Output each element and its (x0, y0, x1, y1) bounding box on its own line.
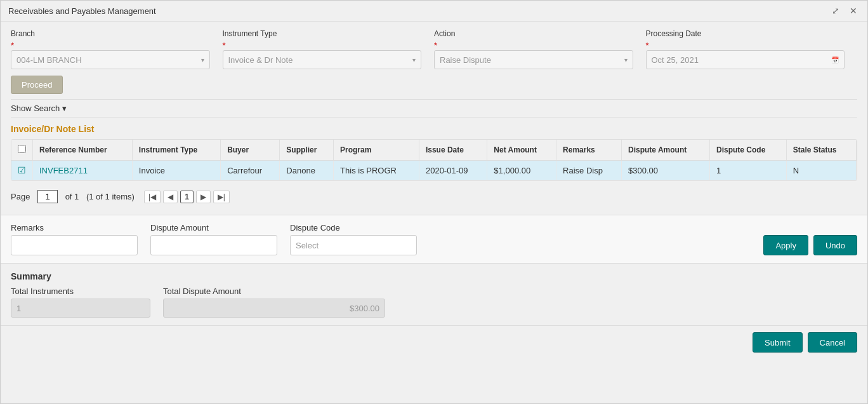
total-dispute-field: Total Dispute Amount $300.00 (163, 286, 385, 318)
apply-button[interactable]: Apply (763, 235, 808, 255)
col-buyer: Buyer (221, 140, 280, 161)
cell-ref-number: INVFEB2711 (33, 161, 133, 180)
data-table: Reference Number Instrument Type Buyer S… (11, 140, 857, 180)
instrument-type-chevron-icon: ▾ (412, 57, 416, 64)
col-ref-number: Reference Number (33, 140, 133, 161)
col-remarks: Remarks (556, 140, 622, 161)
items-label: (1 of 1 items) (86, 192, 135, 201)
remarks-label: Remarks (11, 223, 138, 232)
main-content: Branch * 004-LM BRANCH ▾ Instrument Type… (1, 22, 867, 215)
dispute-code-label: Dispute Code (290, 223, 417, 232)
action-chevron-icon: ▾ (624, 57, 628, 64)
pagination: Page of 1 (1 of 1 items) |◀ ◀ 1 ▶ ▶| (11, 186, 857, 207)
show-search-chevron-icon: ▾ (62, 104, 67, 113)
summary-section: Summary Total Instruments 1 Total Disput… (1, 263, 867, 325)
processing-date-group: Processing Date * Oct 25, 2021 📅 (646, 29, 858, 69)
select-all-header[interactable] (11, 140, 33, 161)
col-instrument-type: Instrument Type (132, 140, 220, 161)
branch-select[interactable]: 004-LM BRANCH ▾ (11, 50, 210, 69)
last-page-button[interactable]: ▶| (213, 191, 230, 203)
cell-program: This is PROGR (334, 161, 419, 180)
cell-buyer: Carrefour (221, 161, 280, 180)
col-dispute-amount: Dispute Amount (622, 140, 710, 161)
section-title: Invoice/Dr Note List (11, 124, 857, 134)
summary-title: Summary (11, 271, 857, 281)
window-title: Receivables and Payables Management (8, 6, 156, 16)
action-buttons: Apply Undo (763, 235, 857, 255)
cell-issue-date: 2020-01-09 (419, 161, 487, 180)
instrument-type-select[interactable]: Invoice & Dr Note ▾ (223, 50, 422, 69)
col-dispute-code: Dispute Code (710, 140, 787, 161)
show-search-toggle[interactable]: Show Search ▾ (11, 99, 857, 118)
dispute-code-select[interactable]: Select (290, 235, 417, 255)
row-checkbox-cell[interactable]: ☑ (11, 161, 33, 180)
current-page-button[interactable]: 1 (180, 191, 194, 203)
undo-button[interactable]: Undo (813, 235, 857, 255)
col-supplier: Supplier (280, 140, 334, 161)
remarks-input[interactable] (11, 235, 138, 255)
form-row: Branch * 004-LM BRANCH ▾ Instrument Type… (11, 29, 857, 69)
action-group: Action * Raise Dispute ▾ (434, 29, 646, 69)
total-instruments-field: Total Instruments 1 (11, 286, 150, 318)
cell-dispute-code: 1 (710, 161, 787, 180)
dispute-amount-label: Dispute Amount (150, 223, 277, 232)
prev-page-button[interactable]: ◀ (163, 191, 178, 203)
dispute-code-placeholder: Select (296, 241, 319, 250)
main-window: Receivables and Payables Management ⤢ ✕ … (0, 0, 868, 404)
cell-instrument-type: Invoice (132, 161, 220, 180)
cell-supplier: Danone (280, 161, 334, 180)
dispute-code-field: Dispute Code Select (290, 223, 417, 255)
ref-number-link[interactable]: INVFEB2711 (39, 166, 88, 175)
summary-row: Total Instruments 1 Total Dispute Amount… (11, 286, 857, 318)
row-checkbox-icon: ☑ (18, 165, 26, 175)
action-label: Action (434, 29, 633, 38)
page-label: Page (11, 192, 30, 201)
total-instruments-label: Total Instruments (11, 286, 150, 296)
of-label: of 1 (65, 192, 79, 201)
invoice-table: Reference Number Instrument Type Buyer S… (11, 139, 857, 181)
title-bar: Receivables and Payables Management ⤢ ✕ (1, 1, 867, 22)
action-select[interactable]: Raise Dispute ▾ (434, 50, 633, 69)
show-search-label: Show Search (11, 104, 60, 113)
branch-group: Branch * 004-LM BRANCH ▾ (11, 29, 223, 69)
col-stale-status: Stale Status (786, 140, 856, 161)
cell-stale-status: N (786, 161, 856, 180)
calendar-icon: 📅 (831, 57, 839, 64)
remarks-field: Remarks (11, 223, 138, 255)
branch-chevron-icon: ▾ (201, 57, 204, 64)
table-row: ☑ INVFEB2711 Invoice Carrefour Danone Th… (11, 161, 857, 180)
processing-date-label: Processing Date (646, 29, 845, 38)
col-issue-date: Issue Date (419, 140, 487, 161)
col-program: Program (334, 140, 419, 161)
first-page-button[interactable]: |◀ (144, 191, 161, 203)
page-number-input[interactable] (37, 190, 58, 203)
footer-buttons: Submit Cancel (1, 325, 867, 359)
dispute-amount-input[interactable] (150, 235, 277, 255)
bottom-form: Remarks Dispute Amount Dispute Code Sele… (1, 215, 867, 263)
close-button[interactable]: ✕ (847, 6, 860, 16)
instrument-type-group: Instrument Type * Invoice & Dr Note ▾ (223, 29, 435, 69)
submit-button[interactable]: Submit (753, 332, 802, 353)
window-controls: ⤢ ✕ (829, 6, 860, 16)
col-net-amount: Net Amount (487, 140, 556, 161)
cell-remarks: Raise Disp (556, 161, 622, 180)
cancel-button[interactable]: Cancel (808, 332, 857, 353)
branch-label: Branch (11, 29, 210, 38)
total-instruments-value: 1 (11, 299, 150, 318)
select-all-checkbox[interactable] (18, 145, 26, 153)
next-page-button[interactable]: ▶ (196, 191, 211, 203)
proceed-button[interactable]: Proceed (11, 76, 63, 94)
bottom-form-row: Remarks Dispute Amount Dispute Code Sele… (11, 223, 857, 255)
total-dispute-label: Total Dispute Amount (163, 286, 385, 296)
dispute-amount-field: Dispute Amount (150, 223, 277, 255)
maximize-button[interactable]: ⤢ (829, 6, 842, 16)
total-dispute-value: $300.00 (163, 299, 385, 318)
processing-date-input[interactable]: Oct 25, 2021 📅 (646, 50, 845, 69)
cell-dispute-amount: $300.00 (622, 161, 710, 180)
cell-net-amount: $1,000.00 (487, 161, 556, 180)
instrument-type-label: Instrument Type (223, 29, 422, 38)
